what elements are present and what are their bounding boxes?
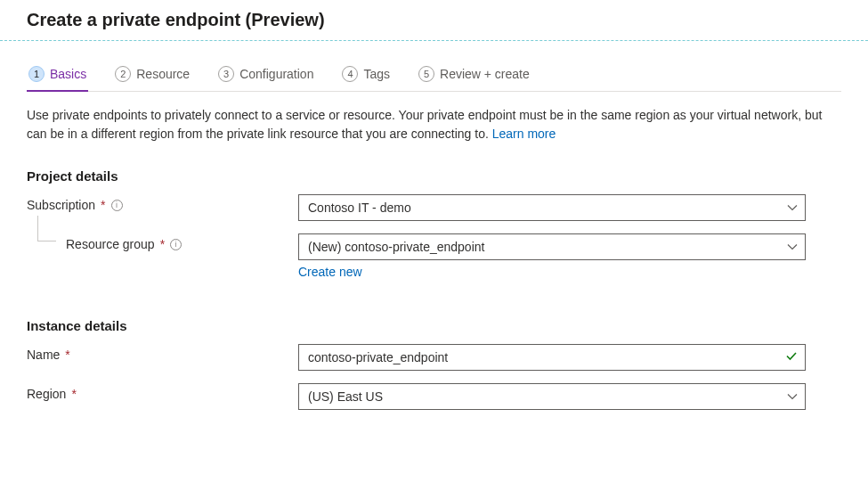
name-input[interactable]: contoso-private_endpoint (298, 344, 806, 371)
tab-label: Review + create (440, 67, 530, 81)
check-icon (785, 350, 798, 365)
required-indicator: * (71, 387, 76, 401)
tab-label: Resource (136, 67, 190, 81)
section-heading-project: Project details (27, 168, 841, 184)
required-indicator: * (65, 348, 69, 362)
region-select[interactable]: (US) East US (298, 383, 806, 410)
step-number-icon: 3 (218, 66, 234, 82)
subscription-select[interactable]: Contoso IT - demo (298, 194, 806, 221)
label-resource-group: Resource group * i (27, 233, 298, 251)
info-icon[interactable]: i (111, 200, 123, 211)
learn-more-link[interactable]: Learn more (492, 127, 556, 141)
chevron-down-icon (787, 202, 798, 213)
create-new-link[interactable]: Create new (298, 265, 362, 279)
tab-tags[interactable]: 4 Tags (340, 61, 392, 91)
intro-text: Use private endpoints to privately conne… (27, 106, 841, 143)
chevron-down-icon (787, 391, 798, 402)
tab-configuration[interactable]: 3 Configuration (216, 61, 315, 91)
info-icon[interactable]: i (170, 239, 182, 250)
section-heading-instance: Instance details (27, 318, 841, 333)
wizard-tabs: 1 Basics 2 Resource 3 Configuration 4 Ta… (27, 61, 841, 92)
panel-divider (0, 40, 868, 41)
tab-basics[interactable]: 1 Basics (27, 61, 88, 91)
tab-resource[interactable]: 2 Resource (113, 61, 191, 91)
tab-label: Basics (50, 67, 86, 81)
label-region: Region * (27, 383, 298, 401)
required-indicator: * (160, 237, 165, 251)
required-indicator: * (101, 198, 105, 212)
label-subscription: Subscription * i (27, 194, 298, 212)
tab-review-create[interactable]: 5 Review + create (417, 61, 531, 91)
step-number-icon: 2 (115, 66, 131, 82)
tab-label: Tags (363, 67, 390, 81)
page-title: Create a private endpoint (Preview) (0, 0, 868, 40)
label-name: Name * (27, 344, 298, 362)
tab-label: Configuration (239, 67, 313, 81)
resource-group-select[interactable]: (New) contoso-private_endpoint (298, 233, 806, 260)
chevron-down-icon (787, 242, 798, 252)
step-number-icon: 5 (418, 66, 434, 82)
step-number-icon: 1 (28, 66, 45, 82)
step-number-icon: 4 (342, 66, 358, 82)
